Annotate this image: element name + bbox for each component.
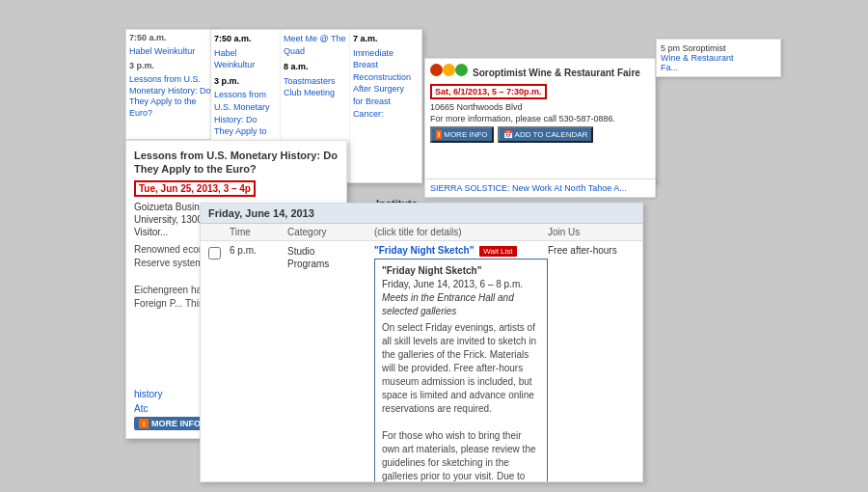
habel-time: 7:50 a.m. <box>214 33 277 45</box>
time-1: 6 p.m. <box>230 245 287 256</box>
breast-time: 7 a.m. <box>353 33 417 45</box>
meetme-event[interactable]: Meet Me @ The Quad <box>284 33 346 57</box>
sketch-detail-desc: On select Friday evenings, artists of al… <box>382 321 540 482</box>
breast-event[interactable]: Immediate Breast Reconstruction After Su… <box>353 47 417 121</box>
history-label: history <box>134 388 162 399</box>
cat-1: StudioPrograms <box>287 245 374 270</box>
wait-list-btn-1[interactable]: Wait List <box>479 246 516 257</box>
title-1: "Friday Night Sketch" Wait List "Friday … <box>374 245 548 482</box>
calendar-icon: 📅 <box>503 130 513 139</box>
col-join-header: Join Us <box>548 227 635 237</box>
sketch-link[interactable]: "Friday Night Sketch" <box>374 245 474 256</box>
top-right-event: Wine & Restaurant <box>661 53 776 63</box>
sketch-detail-date: Friday, June 14, 2013, 6 – 8 p.m. <box>382 278 540 291</box>
logo-circle-red <box>430 64 443 76</box>
sierra-text: SIERRA SOLSTICE: New Work At North Tahoe… <box>430 183 627 193</box>
col-check-header <box>208 227 230 237</box>
time-label-2: 3 p.m. <box>129 61 154 70</box>
logo-circle-orange <box>443 64 455 76</box>
atc-label: Atc <box>134 402 148 414</box>
soroptimist-address: 10665 Northwoods Blvd <box>430 102 650 112</box>
sketch-detail-title: "Friday Night Sketch" <box>382 264 540 278</box>
column-headers: Time Category (click title for details) … <box>201 224 642 241</box>
event-label-2[interactable]: Lessons from U.S. Monetary History: Do T… <box>129 74 211 118</box>
soroptimist-card: Soroptimist Wine & Restaurant Faire Sat,… <box>424 58 656 183</box>
soroptimist-actions: i MORE INFO 📅 ADD TO CALENDAR <box>430 126 650 143</box>
event-header: Soroptimist Wine & Restaurant Faire <box>430 64 650 81</box>
top-right-small-card: 5 pm Soroptimist Wine & Restaurant Fa... <box>656 39 781 77</box>
habel-event[interactable]: Habel Weinkultur <box>214 47 277 71</box>
col-title-header: (click title for details) <box>374 227 548 237</box>
friday-header: Friday, June 14, 2013 <box>201 204 642 224</box>
left-more-info[interactable]: i MORE INFO <box>134 414 205 430</box>
main-event-panel: Friday, June 14, 2013 Time Category (cli… <box>200 203 643 482</box>
event-label-1[interactable]: Habel Weinkultur <box>129 46 195 56</box>
friday-sketch-row: 6 p.m. StudioPrograms "Friday Night Sket… <box>201 241 642 482</box>
toast-event[interactable]: Toastmasters Club Meeting <box>284 75 346 99</box>
top-left-calendar: 7:50 a.m. Habel Weinkultur 3 p.m. Lesson… <box>125 29 217 140</box>
soroptimist-phone: For more information, please call 530-58… <box>430 114 650 123</box>
info-icon: i <box>436 130 442 139</box>
soroptimist-date: Sat, 6/1/2013, 5 – 7:30p.m. <box>430 84 547 99</box>
logo-circle-green <box>455 64 468 76</box>
top-right-time: 5 pm Soroptimist <box>661 43 776 53</box>
sketch-detail-location: Meets in the Entrance Hall and selected … <box>382 291 540 318</box>
col-time-header: Time <box>230 227 287 237</box>
sketch-detail-box: "Friday Night Sketch" Friday, June 14, 2… <box>374 259 548 482</box>
check-1[interactable] <box>208 245 230 261</box>
more-info-button[interactable]: i MORE INFO <box>430 126 494 143</box>
sierra-event-strip[interactable]: SIERRA SOLSTICE: New Work At North Tahoe… <box>424 178 656 198</box>
info-icon-left: i <box>139 419 149 428</box>
join-1: Free after-hours <box>548 245 635 256</box>
left-panel-title: Lessons from U.S. Monetary History: Do T… <box>134 149 339 177</box>
left-panel-date: Tue, Jun 25, 2013, 3 – 4p <box>134 180 256 197</box>
top-right-event2: Fa... <box>661 63 776 72</box>
toast-time: 8 a.m. <box>284 61 346 73</box>
time-label-1: 7:50 a.m. <box>129 33 167 42</box>
soroptimist-title: Soroptimist Wine & Restaurant Faire <box>473 68 640 78</box>
col-cat-header: Category <box>287 227 374 237</box>
lessons-time: 3 p.m. <box>214 75 277 88</box>
add-calendar-button[interactable]: 📅 ADD TO CALENDAR <box>498 126 594 143</box>
soroptimist-logo <box>430 64 469 81</box>
